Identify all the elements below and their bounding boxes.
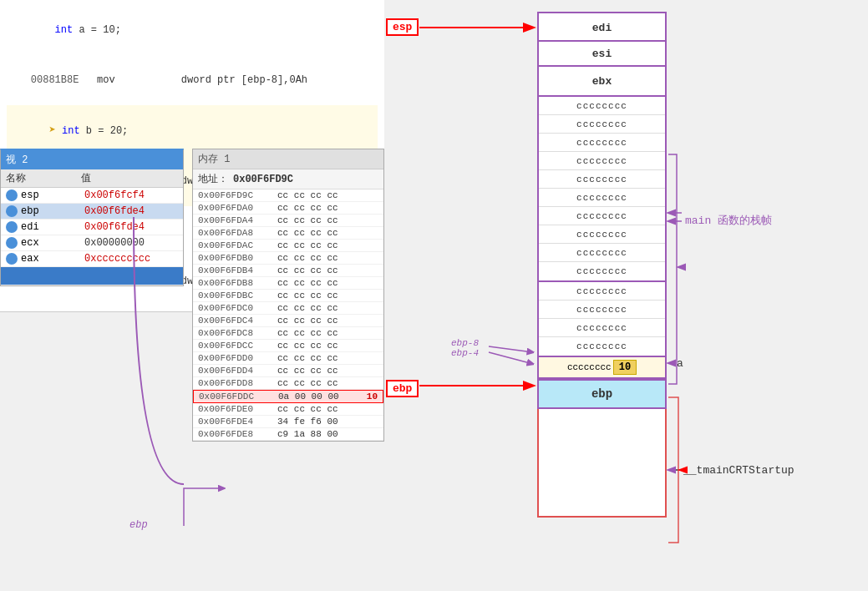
a-value: 10 bbox=[613, 360, 637, 375]
stack-cc-group1: cccccccc cccccccc cccccccc cccccccc cccc… bbox=[537, 97, 667, 282]
cc-row-4: cccccccc bbox=[539, 152, 665, 170]
var-row-ecx[interactable]: ecx 0x00000000 bbox=[1, 235, 183, 251]
cc-row-1: cccccccc bbox=[539, 97, 665, 115]
mem-row-10: 0x00F6FDC4cc cc cc cc bbox=[193, 315, 383, 327]
main-frame-label: main 函数的栈帧 bbox=[685, 213, 772, 228]
cc-row-5: cccccccc bbox=[539, 170, 665, 189]
ebp8-label: ebp-8ebp-4 bbox=[451, 338, 479, 358]
mem-row-5: 0x00F6FDB0cc cc cc cc bbox=[193, 252, 383, 265]
var-icon-edi bbox=[6, 221, 18, 233]
cc-row-14: cccccccc bbox=[539, 337, 665, 356]
mem-row-13: 0x00F6FDD0cc cc cc cc bbox=[193, 352, 383, 365]
var-icon-eax bbox=[6, 253, 18, 265]
stack-diagram: edi esi ebx cccccccc cccccccc cccccccc c… bbox=[537, 12, 667, 518]
stack-ebx: ebx bbox=[537, 67, 667, 97]
addr-label: 地址： bbox=[198, 172, 228, 186]
mem-row-12: 0x00F6FDCCcc cc cc cc bbox=[193, 340, 383, 352]
a-label: a bbox=[677, 357, 683, 370]
var-icon-esp bbox=[6, 189, 18, 201]
mem-row-9: 0x00F6FDC0cc cc cc cc bbox=[193, 302, 383, 315]
var-row-esp[interactable]: esp 0x00f6fcf4 bbox=[1, 188, 183, 204]
mem-row-11: 0x00F6FDC8cc cc cc cc bbox=[193, 327, 383, 340]
mem-row-3: 0x00F6FDA8cc cc cc cc bbox=[193, 227, 383, 240]
stack-edi: edi bbox=[537, 12, 667, 42]
memory-panel: 内存 1 地址： 0x00F6FD9C 0x00F6FD9Ccc cc cc c… bbox=[192, 149, 384, 442]
mem-row-17: 0x00F6FDE0cc cc cc cc bbox=[193, 403, 383, 416]
stack-ebp-row: ebp bbox=[537, 379, 667, 409]
var-icon-ecx bbox=[6, 237, 18, 249]
mem-row-18: 0x00F6FDE434 fe f6 00 bbox=[193, 416, 383, 428]
var-name-eax: eax bbox=[21, 253, 84, 265]
mem-row-0: 0x00F6FD9Ccc cc cc cc bbox=[193, 189, 383, 202]
stack-a-row: cccccccc 10 bbox=[537, 357, 667, 379]
cc-row-11: cccccccc bbox=[539, 282, 665, 301]
cc-row-13: cccccccc bbox=[539, 319, 665, 337]
var-row-ebp[interactable]: ebp 0x00f6fde4 bbox=[1, 204, 183, 220]
var-name-ecx: ecx bbox=[21, 237, 84, 249]
mem-row-6: 0x00F6FDB4cc cc cc cc bbox=[193, 265, 383, 277]
var-row-edi[interactable]: edi 0x00f6fde4 bbox=[1, 220, 183, 235]
var-val-ecx: 0x00000000 bbox=[84, 237, 178, 249]
addr-value: 0x00F6FD9C bbox=[233, 174, 293, 185]
esp-label: esp bbox=[386, 18, 419, 36]
ebp-label: ebp bbox=[386, 380, 419, 397]
mem-row-4: 0x00F6FDACcc cc cc cc bbox=[193, 240, 383, 252]
memory-addr-bar: 地址： 0x00F6FD9C bbox=[193, 169, 383, 189]
stack-bottom bbox=[537, 409, 667, 518]
col-name-label: 名称 bbox=[6, 171, 81, 185]
svg-line-6 bbox=[489, 352, 533, 364]
vars-panel-header: 视 2 bbox=[1, 150, 183, 169]
cc-prefix: cccccccc bbox=[567, 362, 612, 372]
mem-row-1: 0x00F6FDA0cc cc cc cc bbox=[193, 202, 383, 215]
cc-row-9: cccccccc bbox=[539, 244, 665, 262]
vars-panel: 视 2 名称 值 esp 0x00f6fcf4 ebp 0x00f6fde4 e… bbox=[0, 149, 184, 286]
mem-row-14: 0x00F6FDD4cc cc cc cc bbox=[193, 365, 383, 377]
var-row-empty[interactable] bbox=[1, 267, 183, 285]
ebp-italic-label: ebp bbox=[129, 519, 148, 531]
var-name-esp: esp bbox=[21, 189, 84, 201]
var-val-esp: 0x00f6fcf4 bbox=[84, 189, 178, 201]
mem-row-15: 0x00F6FDD8cc cc cc cc bbox=[193, 377, 383, 390]
var-icon-ebp bbox=[6, 205, 18, 217]
stack-cc-group2: cccccccc cccccccc cccccccc cccccccc bbox=[537, 282, 667, 357]
mem-row-8: 0x00F6FDBCcc cc cc cc bbox=[193, 290, 383, 302]
cc-row-3: cccccccc bbox=[539, 134, 665, 152]
vars-cols: 名称 值 bbox=[1, 169, 183, 188]
cc-row-2: cccccccc bbox=[539, 115, 665, 134]
cc-row-12: cccccccc bbox=[539, 301, 665, 319]
mem-row-7: 0x00F6FDB8cc cc cc cc bbox=[193, 277, 383, 290]
var-val-edi: 0x00f6fde4 bbox=[84, 221, 178, 233]
var-val-ebp: 0x00f6fde4 bbox=[84, 205, 178, 217]
svg-line-5 bbox=[489, 346, 533, 352]
memory-header: 内存 1 bbox=[193, 149, 383, 169]
col-val-label: 值 bbox=[81, 171, 178, 185]
var-name-ebp: ebp bbox=[21, 205, 84, 217]
var-row-eax[interactable]: eax 0xccccccccc bbox=[1, 251, 183, 267]
mem-row-2: 0x00F6FDA4cc cc cc cc bbox=[193, 215, 383, 227]
cc-row-7: cccccccc bbox=[539, 207, 665, 225]
cc-row-10: cccccccc bbox=[539, 262, 665, 280]
stack-esi: esi bbox=[537, 42, 667, 67]
code-line-2: 00881B8E mov dword ptr [ebp-8],0Ah bbox=[7, 55, 378, 105]
cc-row-8: cccccccc bbox=[539, 225, 665, 244]
code-line-1: int a = 10; bbox=[7, 5, 378, 55]
var-val-eax: 0xccccccccc bbox=[84, 253, 178, 265]
mem-row-19: 0x00F6FDE8c9 1a 88 00 bbox=[193, 428, 383, 441]
tmain-label: __tmainCRTStartup bbox=[683, 464, 794, 477]
var-name-edi: edi bbox=[21, 221, 84, 233]
cc-row-6: cccccccc bbox=[539, 189, 665, 207]
mem-row-highlight: 0x00F6FDDC 0a 00 00 00 10 bbox=[193, 390, 383, 403]
